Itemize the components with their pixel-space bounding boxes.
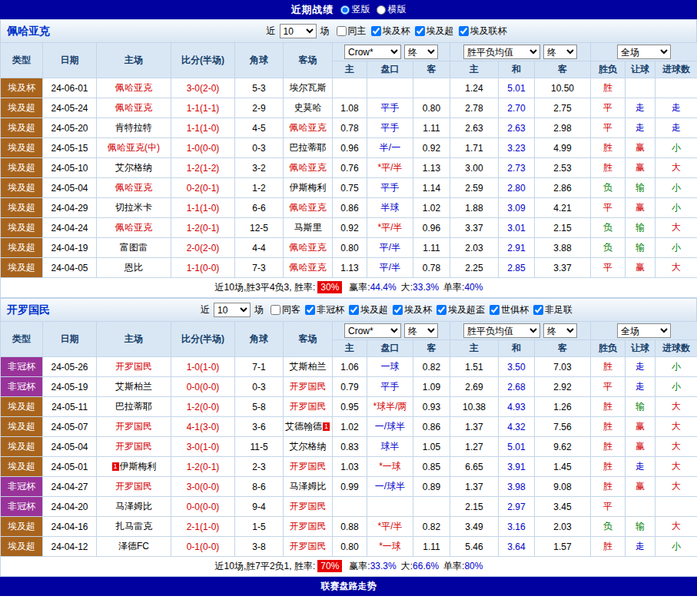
league-checkbox-2[interactable]: 埃及联杯	[454, 25, 507, 38]
league-checkbox-2-input[interactable]	[459, 26, 469, 36]
same-venue-checkbox[interactable]: 同客	[266, 303, 300, 316]
home-team[interactable]: 佩哈亚克	[97, 98, 171, 118]
league-checkbox-1[interactable]: 埃及超	[410, 25, 454, 38]
score[interactable]: 1-1(1-0)	[171, 118, 235, 138]
league-checkbox-1[interactable]: 埃及超	[344, 303, 388, 316]
league-checkbox-3-input[interactable]	[436, 305, 446, 315]
league-checkbox-2-input[interactable]	[393, 305, 403, 315]
league-checkbox-0[interactable]: 埃及杯	[367, 25, 410, 38]
score[interactable]: 1-0(0-0)	[171, 138, 235, 158]
layout-radio-horizontal[interactable]: 横版	[377, 3, 407, 16]
league-checkbox-5[interactable]: 非足联	[529, 303, 573, 316]
away-team[interactable]: 开罗国民	[284, 497, 333, 517]
score[interactable]: 1-2(0-1)	[171, 218, 235, 238]
home-team[interactable]: 泽德FC	[97, 537, 171, 557]
home-team[interactable]: 佩哈亚克	[97, 218, 171, 238]
score[interactable]: 3-0(2-0)	[171, 78, 235, 98]
away-team[interactable]: 佩哈亚克	[284, 158, 333, 178]
score[interactable]: 1-1(1-1)	[171, 98, 235, 118]
odds-final-select[interactable]: 终	[404, 45, 438, 59]
away-team[interactable]: 开罗国民	[284, 457, 333, 477]
home-team[interactable]: 开罗国民	[97, 357, 171, 377]
mean-odds-select[interactable]: 胜平负均值	[463, 323, 540, 338]
odds-final-select[interactable]: 终	[404, 323, 438, 338]
league-checkbox-4-input[interactable]	[490, 305, 500, 315]
home-team[interactable]: 开罗国民	[97, 477, 171, 497]
score[interactable]: 1-2(0-0)	[171, 397, 235, 417]
score[interactable]: 3-0(0-0)	[171, 477, 235, 497]
score[interactable]: 4-1(3-0)	[171, 417, 235, 437]
away-team[interactable]: 伊斯梅利	[284, 178, 333, 198]
home-team[interactable]: 扎马雷克	[97, 517, 171, 537]
score[interactable]: 0-0(0-0)	[171, 377, 235, 397]
away-team[interactable]: 马泽姆比	[284, 477, 333, 497]
odds-company-select[interactable]: Crow*	[344, 323, 401, 338]
home-team[interactable]: 恩比	[97, 258, 171, 278]
home-team[interactable]: 富图雷	[97, 238, 171, 258]
mean-final-select[interactable]: 终	[543, 323, 577, 338]
score[interactable]: 2-0(2-0)	[171, 238, 235, 258]
league-checkbox-0-input[interactable]	[371, 26, 381, 36]
match-count-select[interactable]: 10	[214, 303, 251, 317]
away-team[interactable]: 艾尔格纳	[284, 437, 333, 457]
layout-radio-vertical[interactable]: 竖版	[340, 3, 370, 16]
home-team[interactable]: 佩哈亚克(中)	[97, 138, 171, 158]
away-team[interactable]: 佩哈亚克	[284, 258, 333, 278]
score[interactable]: 0-2(0-1)	[171, 178, 235, 198]
home-team[interactable]: 艾尔格纳	[97, 158, 171, 178]
score[interactable]: 3-0(1-0)	[171, 437, 235, 457]
away-team[interactable]: 佩哈亚克	[284, 238, 333, 258]
horizontal-radio-input[interactable]	[377, 5, 386, 15]
away-team[interactable]: 巴拉蒂耶	[284, 138, 333, 158]
home-team[interactable]: 马泽姆比	[97, 497, 171, 517]
league-checkbox-1-input[interactable]	[415, 26, 425, 36]
same-venue-checkbox[interactable]: 同主	[332, 25, 367, 38]
fulltime-select[interactable]: 全场	[617, 45, 671, 59]
away-team[interactable]: 开罗国民	[284, 517, 333, 537]
mean-final-select[interactable]: 终	[543, 45, 577, 59]
away-team[interactable]: 史莫哈	[284, 98, 333, 118]
match-count-select[interactable]: 10	[280, 24, 317, 38]
score[interactable]: 1-1(0-0)	[171, 258, 235, 278]
away-team[interactable]: 开罗国民	[284, 537, 333, 557]
same-venue-checkbox-input[interactable]	[271, 305, 280, 315]
away-team[interactable]: 艾德翰德1	[284, 417, 333, 437]
vertical-radio-input[interactable]	[340, 5, 350, 15]
odds-company-select[interactable]: Crow*	[344, 45, 401, 59]
league-checkbox-0-input[interactable]	[305, 305, 315, 315]
home-team[interactable]: 艾斯柏兰	[97, 377, 171, 397]
score[interactable]: 0-0(0-0)	[171, 497, 235, 517]
home-team[interactable]: 开罗国民	[97, 437, 171, 457]
league-checkbox-1-input[interactable]	[349, 305, 359, 315]
summary-stat-label-0: 赢率:	[349, 282, 370, 293]
mean-odds-select[interactable]: 胜平负均值	[463, 45, 540, 59]
league-checkbox-4[interactable]: 世俱杯	[485, 303, 529, 316]
league-checkbox-2[interactable]: 埃及杯	[388, 303, 432, 316]
bottom-bar-link[interactable]: 联赛盘路走势	[0, 577, 697, 596]
away-team[interactable]: 马斯里	[284, 218, 333, 238]
away-team[interactable]: 艾斯柏兰	[284, 357, 333, 377]
score[interactable]: 1-1(1-0)	[171, 198, 235, 218]
score[interactable]: 2-1(1-0)	[171, 517, 235, 537]
away-team[interactable]: 佩哈亚克	[284, 198, 333, 218]
home-team[interactable]: 切拉米卡	[97, 198, 171, 218]
home-team[interactable]: 肯特拉特	[97, 118, 171, 138]
home-team[interactable]: 开罗国民	[97, 417, 171, 437]
league-checkbox-0[interactable]: 非冠杯	[300, 303, 344, 316]
league-checkbox-5-input[interactable]	[533, 305, 543, 315]
home-team[interactable]: 佩哈亚克	[97, 78, 171, 98]
away-team[interactable]: 埃尔瓦斯	[284, 78, 333, 98]
away-team[interactable]: 佩哈亚克	[284, 118, 333, 138]
home-team[interactable]: 1伊斯梅利	[97, 457, 171, 477]
score[interactable]: 1-2(0-1)	[171, 457, 235, 477]
fulltime-select[interactable]: 全场	[617, 323, 671, 338]
score[interactable]: 1-0(1-0)	[171, 357, 235, 377]
score[interactable]: 0-1(0-0)	[171, 537, 235, 557]
score[interactable]: 1-2(1-2)	[171, 158, 235, 178]
away-team[interactable]: 开罗国民	[284, 397, 333, 417]
league-checkbox-3[interactable]: 埃及超盃	[432, 303, 485, 316]
same-venue-checkbox-input[interactable]	[337, 26, 347, 36]
home-team[interactable]: 巴拉蒂耶	[97, 397, 171, 417]
home-team[interactable]: 佩哈亚克	[97, 178, 171, 198]
away-team[interactable]: 开罗国民	[284, 377, 333, 397]
